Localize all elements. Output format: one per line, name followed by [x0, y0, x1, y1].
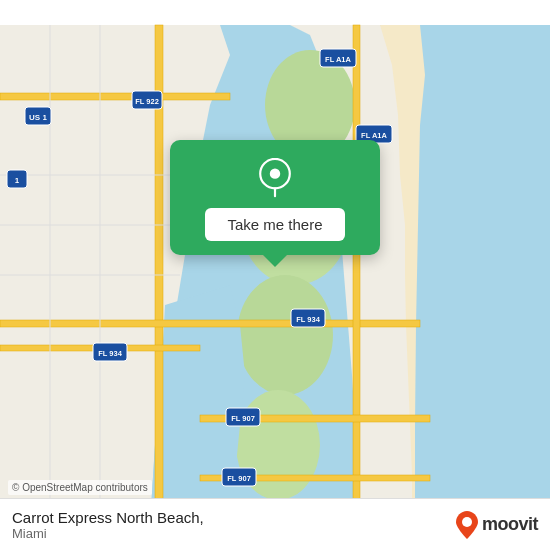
- svg-text:FL A1A: FL A1A: [361, 131, 387, 140]
- svg-rect-13: [353, 25, 360, 525]
- location-pin-icon: [255, 158, 295, 198]
- moovit-text: moovit: [482, 514, 538, 535]
- take-me-there-button[interactable]: Take me there: [205, 208, 344, 241]
- svg-point-6: [237, 275, 333, 395]
- place-city: Miami: [12, 526, 204, 541]
- svg-rect-10: [0, 93, 230, 100]
- popup-card: Take me there: [170, 140, 380, 255]
- bottom-bar: Carrot Express North Beach, Miami moovit: [0, 498, 550, 550]
- svg-point-42: [462, 517, 472, 527]
- svg-text:FL 934: FL 934: [296, 315, 320, 324]
- map-attribution: © OpenStreetMap contributors: [8, 480, 152, 495]
- svg-text:US 1: US 1: [29, 113, 47, 122]
- moovit-pin-icon: [456, 511, 478, 539]
- svg-text:FL 934: FL 934: [98, 349, 122, 358]
- svg-text:FL 907: FL 907: [227, 474, 251, 483]
- svg-point-40: [270, 168, 280, 178]
- map-container: US 1 FL 922 FL A1A FL A1A FL 934 FL 934 …: [0, 0, 550, 550]
- svg-text:FL 922: FL 922: [135, 97, 159, 106]
- place-name: Carrot Express North Beach,: [12, 509, 204, 526]
- svg-text:1: 1: [15, 176, 20, 185]
- moovit-logo[interactable]: moovit: [456, 511, 538, 539]
- svg-text:FL 907: FL 907: [231, 414, 255, 423]
- svg-text:FL A1A: FL A1A: [325, 55, 351, 64]
